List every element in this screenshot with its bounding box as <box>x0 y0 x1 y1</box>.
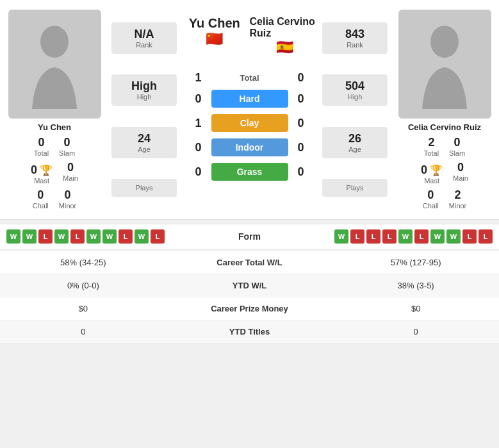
left-main-label: Main <box>63 174 78 182</box>
right-plays-block: Plays <box>322 179 388 197</box>
left-stats-row1: 0 Total 0 Slam <box>34 136 75 157</box>
left-trophy-icon: 🏆 <box>40 164 53 176</box>
left-plays-label: Plays <box>114 184 174 192</box>
hard-score-right: 0 <box>288 92 314 106</box>
form-badge-left: L <box>151 229 165 244</box>
form-badge-left: L <box>119 229 133 244</box>
form-badge-left: W <box>102 229 117 244</box>
form-badge-right: L <box>366 229 380 244</box>
form-badge-left: L <box>70 229 85 244</box>
right-chall-box: 0 Chall <box>423 188 439 210</box>
right-avatar <box>398 10 491 119</box>
left-main-box: 0 Main <box>63 161 78 185</box>
middle-section: N/A Rank High High 24 Age Plays Yu Chen🇨… <box>109 6 390 213</box>
left-minor-box: 0 Minor <box>59 188 77 210</box>
hard-score-left: 0 <box>186 92 211 106</box>
right-rank-value: 843 <box>325 28 385 41</box>
left-chall-box: 0 Chall <box>33 188 49 210</box>
left-slam-label: Slam <box>59 149 75 157</box>
clay-row: 1 Clay 0 <box>179 113 320 133</box>
stats-table: 58% (34-25)Career Total W/L57% (127-95)0… <box>0 251 499 344</box>
stats-right-val: $0 <box>332 297 499 320</box>
grass-score-left: 0 <box>186 165 211 179</box>
hard-button[interactable]: Hard <box>211 90 288 108</box>
clay-button[interactable]: Clay <box>211 114 288 132</box>
right-slam-label: Slam <box>449 149 465 157</box>
left-main-value: 0 <box>63 161 78 174</box>
player-left: Yu Chen 0 Total 0 Slam 0 🏆 Mast <box>0 6 109 213</box>
total-score-left: 1 <box>186 71 211 85</box>
left-mast-box: 0 🏆 Mast <box>31 161 53 185</box>
form-badge-right: W <box>398 229 413 244</box>
form-badge-left: W <box>22 229 37 244</box>
stats-row: 0YTD Titles0 <box>0 320 499 344</box>
form-badge-right: L <box>462 229 477 244</box>
right-high-block: 504 High <box>322 74 388 106</box>
right-chall-label: Chall <box>423 202 439 210</box>
celia-flag: 🇪🇸 <box>276 39 293 56</box>
grass-button[interactable]: Grass <box>211 163 288 181</box>
form-badge-right: L <box>382 229 397 244</box>
stats-center-label: YTD W/L <box>167 274 333 297</box>
left-silhouette-icon <box>26 19 83 109</box>
right-total-box: 2 Total <box>424 136 439 157</box>
stats-left-val: 0% (0-0) <box>0 274 167 297</box>
grass-row: 0 Grass 0 <box>179 162 320 182</box>
form-badge-right: W <box>430 229 445 244</box>
form-right: WLLLWLWWLL <box>288 229 493 244</box>
left-slam-value: 0 <box>59 136 75 149</box>
clay-score-right: 0 <box>288 117 314 130</box>
form-badge-left: W <box>6 229 20 244</box>
yu-chen-name: Yu Chen <box>189 16 240 31</box>
form-left: WWLWLWWLWL <box>6 229 211 244</box>
total-score-right: 0 <box>288 71 314 85</box>
right-stats-row2: 0 🏆 Mast 0 Main <box>421 161 468 185</box>
celia-name: Celia Cervino Ruiz <box>250 16 320 39</box>
hard-row: 0 Hard 0 <box>179 88 320 109</box>
left-stats-row2: 0 🏆 Mast 0 Main <box>31 161 78 185</box>
right-minor-value: 2 <box>449 188 467 202</box>
right-slam-box: 0 Slam <box>449 136 465 157</box>
stats-right-val: 38% (3-5) <box>332 274 499 297</box>
form-badge-left: W <box>54 229 69 244</box>
left-age-value: 24 <box>114 132 174 145</box>
indoor-score-left: 0 <box>186 141 211 154</box>
right-plays-label: Plays <box>325 184 385 192</box>
right-main-value: 0 <box>453 161 468 174</box>
left-rank-block: N/A Rank <box>111 22 177 54</box>
right-rank-block: 843 Rank <box>322 22 388 54</box>
form-badge-right: L <box>414 229 429 244</box>
left-plays-block: Plays <box>111 179 177 197</box>
stats-left-val: 0 <box>0 320 167 344</box>
left-high-block: High High <box>111 74 177 106</box>
left-rank-value: N/A <box>114 28 174 41</box>
total-label: Total <box>211 73 288 83</box>
right-mast-box: 0 🏆 Mast <box>421 161 443 185</box>
left-info-col: N/A Rank High High 24 Age Plays <box>109 10 179 210</box>
clay-score-left: 1 <box>186 117 211 130</box>
right-mast-value: 0 🏆 <box>421 163 443 177</box>
main-container: Yu Chen 0 Total 0 Slam 0 🏆 Mast <box>0 0 499 344</box>
form-section: WWLWLWWLWL Form WLLLWLWWLL <box>0 224 499 249</box>
indoor-button[interactable]: Indoor <box>211 138 288 156</box>
player-right: Celia Cervino Ruiz 2 Total 0 Slam 0 🏆 <box>390 6 499 213</box>
right-info-col: 843 Rank 504 High 26 Age Plays <box>320 10 390 210</box>
right-high-value: 504 <box>325 79 385 93</box>
left-chall-value: 0 <box>33 188 49 202</box>
left-minor-value: 0 <box>59 188 77 202</box>
left-minor-label: Minor <box>59 202 77 210</box>
left-total-label: Total <box>34 149 49 157</box>
stats-left-val: $0 <box>0 297 167 320</box>
yu-chen-header: Yu Chen🇨🇳 <box>179 16 250 61</box>
left-mast-label: Mast <box>31 177 53 185</box>
right-age-label: Age <box>325 145 385 153</box>
stats-row: 0% (0-0)YTD W/L38% (3-5) <box>0 274 499 297</box>
svg-point-1 <box>430 26 459 58</box>
left-rank-label: Rank <box>114 41 174 49</box>
right-minor-label: Minor <box>449 202 467 210</box>
stats-center-label: Career Total W/L <box>167 251 333 274</box>
left-player-name: Yu Chen <box>38 122 71 132</box>
form-badge-right: W <box>334 229 348 244</box>
player-names-row: Yu Chen🇨🇳Celia Cervino Ruiz🇪🇸 <box>179 16 320 65</box>
left-mast-value: 0 🏆 <box>31 163 53 177</box>
